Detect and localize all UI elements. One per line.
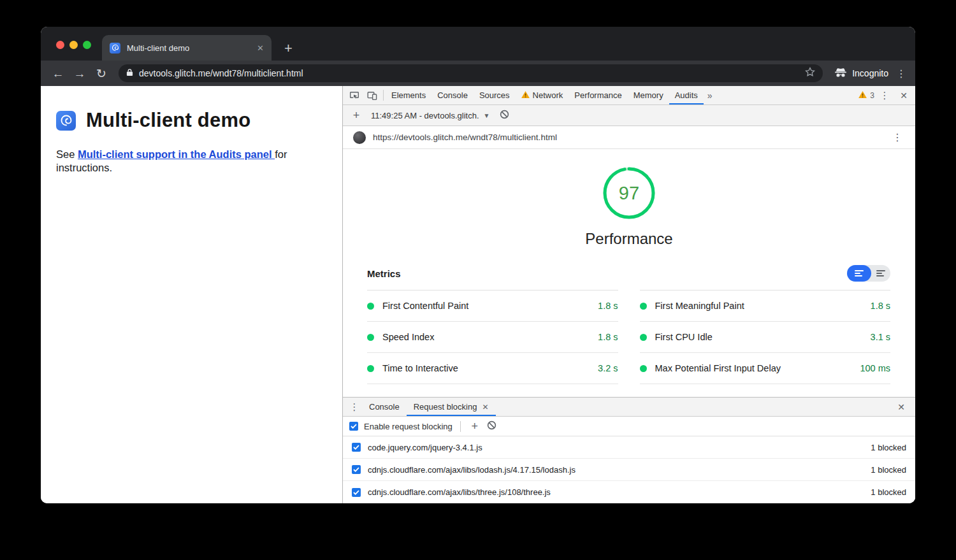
audit-run-label: 11:49:25 AM - devtools.glitch. xyxy=(371,111,479,120)
close-window-button[interactable] xyxy=(56,41,64,49)
blocked-pattern-row[interactable]: cdnjs.cloudflare.com/ajax/libs/lodash.js… xyxy=(343,459,915,481)
tab-console[interactable]: Console xyxy=(431,86,474,104)
tab-elements[interactable]: Elements xyxy=(386,86,431,104)
pattern-text: cdnjs.cloudflare.com/ajax/libs/three.js/… xyxy=(368,487,551,497)
enable-blocking-label: Enable request blocking xyxy=(364,422,453,431)
window-content: Multi-client demo See Multi-client suppo… xyxy=(41,86,915,503)
drawer-tab-close-icon[interactable]: ✕ xyxy=(482,403,488,412)
metrics-description-toggle[interactable] xyxy=(847,265,890,282)
minimize-window-button[interactable] xyxy=(69,41,78,49)
pass-dot-icon xyxy=(367,303,374,310)
report-menu-icon[interactable]: ⋮ xyxy=(890,131,905,143)
metrics-header: Metrics xyxy=(367,265,890,282)
tab-memory[interactable]: Memory xyxy=(628,86,669,104)
metric-row: Time to Interactive 3.2 s xyxy=(367,353,618,384)
audit-run-selector[interactable]: 11:49:25 AM - devtools.glitch. ▼ xyxy=(368,111,492,120)
device-toolbar-icon[interactable] xyxy=(363,86,381,104)
tab-performance[interactable]: Performance xyxy=(569,86,627,104)
devtools-panel: Elements Console Sources Network Perform… xyxy=(342,86,915,503)
window-controls xyxy=(56,41,91,49)
new-audit-icon[interactable]: + xyxy=(348,109,365,122)
tab-network[interactable]: Network xyxy=(516,86,569,104)
warnings-icon[interactable] xyxy=(858,90,867,100)
pattern-checkbox[interactable] xyxy=(352,443,361,452)
drawer-tab-request-blocking[interactable]: Request blocking ✕ xyxy=(407,398,496,416)
pattern-text: cdnjs.cloudflare.com/ajax/libs/lodash.js… xyxy=(368,465,576,475)
paragraph-prefix: See xyxy=(56,148,78,160)
audits-support-link[interactable]: Multi-client support in the Audits panel xyxy=(78,148,275,160)
metrics-grid: First Contentful Paint 1.8 s Speed Index… xyxy=(367,290,890,384)
pass-dot-icon xyxy=(640,303,647,310)
metric-value: 100 ms xyxy=(860,363,890,373)
page-favicon xyxy=(353,131,366,144)
pass-dot-icon xyxy=(367,334,374,341)
back-icon[interactable]: ← xyxy=(47,68,69,80)
browser-toolbar: ← → ↻ devtools.glitch.me/wndt78/multicli… xyxy=(41,61,915,86)
drawer-close-icon[interactable]: ✕ xyxy=(891,402,911,412)
enable-blocking-checkbox[interactable] xyxy=(349,422,358,431)
tab-audits[interactable]: Audits xyxy=(669,86,704,104)
drawer-menu-icon[interactable]: ⋮ xyxy=(347,401,362,413)
metrics-column-left: First Contentful Paint 1.8 s Speed Index… xyxy=(367,290,618,384)
page-logo-icon xyxy=(56,111,76,131)
request-blocking-toolbar: Enable request blocking + xyxy=(343,417,915,436)
metric-value: 1.8 s xyxy=(598,332,618,342)
metric-label: First Meaningful Paint xyxy=(655,301,744,311)
performance-score-value: 97 xyxy=(602,166,656,220)
toggle-off-segment xyxy=(871,269,890,277)
page-title: Multi-client demo xyxy=(86,109,250,132)
pass-dot-icon xyxy=(367,365,374,372)
add-pattern-icon[interactable]: + xyxy=(468,420,481,433)
metric-value: 1.8 s xyxy=(871,301,890,311)
drawer-console-label: Console xyxy=(369,402,400,412)
report-url-row: https://devtools.glitch.me/wndt78/multic… xyxy=(343,126,915,149)
toolbar-divider xyxy=(383,90,384,101)
drawer-tab-console[interactable]: Console xyxy=(362,398,407,416)
reload-icon[interactable]: ↻ xyxy=(91,68,112,80)
pattern-text: code.jquery.com/jquery-3.4.1.js xyxy=(368,443,482,452)
tab-sources[interactable]: Sources xyxy=(474,86,516,104)
maximize-window-button[interactable] xyxy=(83,41,91,49)
pattern-checkbox[interactable] xyxy=(352,465,361,474)
tab-elements-label: Elements xyxy=(391,90,426,100)
metric-value: 3.1 s xyxy=(871,332,890,342)
metrics-column-right: First Meaningful Paint 1.8 s First CPU I… xyxy=(640,290,891,384)
tab-favicon-icon xyxy=(110,43,120,54)
browser-window: Multi-client demo ✕ + ← → ↻ devtools.gli… xyxy=(41,27,915,503)
browser-tab[interactable]: Multi-client demo ✕ xyxy=(102,35,272,61)
lighthouse-toolbar: + 11:49:25 AM - devtools.glitch. ▼ xyxy=(343,105,915,126)
tab-memory-label: Memory xyxy=(634,90,663,100)
tab-sources-label: Sources xyxy=(479,90,510,100)
chevron-down-icon: ▼ xyxy=(484,112,490,119)
inspect-element-icon[interactable] xyxy=(345,86,363,104)
metric-row: First Contentful Paint 1.8 s xyxy=(367,291,618,322)
toggle-on-segment xyxy=(847,265,871,282)
score-gauge-wrap: 97 xyxy=(343,166,915,220)
devtools-menu-icon[interactable]: ⋮ xyxy=(876,90,894,101)
bookmark-star-icon[interactable] xyxy=(805,67,815,80)
blocked-pattern-row[interactable]: cdnjs.cloudflare.com/ajax/libs/three.js/… xyxy=(343,481,915,503)
browser-menu-icon[interactable]: ⋮ xyxy=(894,68,909,80)
url-text: devtools.glitch.me/wndt78/multiclient.ht… xyxy=(139,68,799,78)
incognito-icon xyxy=(834,68,847,80)
metric-value: 1.8 s xyxy=(598,301,618,311)
metric-label: Speed Index xyxy=(382,332,434,342)
more-tabs-icon[interactable]: » xyxy=(704,90,716,101)
blocked-count: 1 blocked xyxy=(871,443,906,452)
tab-strip: Multi-client demo ✕ + xyxy=(41,27,915,61)
devtools-right-controls: 3 ⋮ ✕ xyxy=(858,90,913,101)
blocked-pattern-row[interactable]: code.jquery.com/jquery-3.4.1.js 1 blocke… xyxy=(343,436,915,459)
devtools-close-icon[interactable]: ✕ xyxy=(895,90,913,101)
devtools-tab-bar: Elements Console Sources Network Perform… xyxy=(343,86,915,105)
pattern-checkbox[interactable] xyxy=(352,488,361,497)
clear-audits-icon[interactable] xyxy=(500,110,509,121)
tab-close-icon[interactable]: ✕ xyxy=(257,43,264,53)
remove-all-patterns-icon[interactable] xyxy=(487,420,496,432)
address-bar[interactable]: devtools.glitch.me/wndt78/multiclient.ht… xyxy=(119,64,823,82)
metrics-title: Metrics xyxy=(367,268,401,279)
metric-label: Time to Interactive xyxy=(382,363,458,373)
performance-score-gauge[interactable]: 97 xyxy=(602,166,656,220)
new-tab-button[interactable]: + xyxy=(284,41,293,55)
forward-icon[interactable]: → xyxy=(69,68,91,80)
drawer-tab-bar: ⋮ Console Request blocking ✕ ✕ xyxy=(343,398,915,417)
